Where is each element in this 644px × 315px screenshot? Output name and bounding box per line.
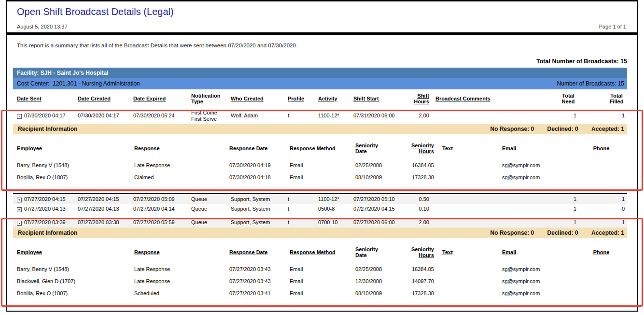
- header-text[interactable]: Text: [436, 137, 496, 159]
- recipient-header-row: Employee Response Response Date Response…: [13, 241, 627, 263]
- header-response[interactable]: Response: [130, 137, 225, 159]
- cell-seniority-date: 08/10/2009: [351, 287, 405, 300]
- cell-response: Claimed: [130, 172, 225, 184]
- cell-response-date: 07/30/2020 04:19: [225, 159, 286, 172]
- cell-response-method: Email: [286, 275, 351, 287]
- recipient-row: Barry, Benny V (1548) Late Response 07/2…: [13, 263, 627, 275]
- cell-response-method: Email: [286, 159, 351, 172]
- no-response-count: No Response: 0: [490, 229, 534, 236]
- cell-response-date: 07/27/2020 03:43: [225, 263, 286, 275]
- collapse-icon[interactable]: -: [17, 114, 22, 119]
- header-total-filled[interactable]: Total Filled: [579, 89, 627, 108]
- recipient-header-row: Employee Response Response Date Response…: [13, 137, 627, 159]
- header-text[interactable]: Text: [436, 241, 496, 263]
- cell-activity: 1100-12*: [314, 108, 350, 124]
- header-seniority-hours[interactable]: Seniority Hours: [405, 137, 436, 159]
- recipient-information-title: Recipient Information: [18, 124, 77, 134]
- broadcast-table: -07/27/2020 03:39 07/27/2020 03:38 07/27…: [13, 217, 627, 228]
- cell-response-method: Email: [286, 172, 351, 184]
- cell-broadcast-comments: [432, 194, 550, 204]
- header-broadcast-comments[interactable]: Broadcast Comments: [432, 89, 550, 108]
- cell-phone: [574, 172, 627, 184]
- cell-profile: t: [284, 204, 314, 214]
- broadcast-table: Date Sent Date Created Date Expired Noti…: [13, 89, 627, 124]
- cell-seniority-date: 02/25/2008: [351, 159, 405, 172]
- cell-date-sent: +07/27/2020 04:15: [13, 194, 74, 204]
- cell-notification-type: Queue: [187, 204, 227, 214]
- recipient-information-title: Recipient Information: [18, 228, 77, 238]
- header-employee[interactable]: Employee: [13, 137, 130, 159]
- header-profile[interactable]: Profile: [284, 89, 314, 108]
- header-notification-type[interactable]: Notification Type: [187, 89, 227, 108]
- cell-response-date: 07/27/2020 03:43: [225, 275, 286, 287]
- header-who-created[interactable]: Who Created: [227, 89, 284, 108]
- header-date-sent[interactable]: Date Sent: [13, 89, 74, 108]
- response-summary: No Response: 0 Declined: 0 Accepted: 1: [479, 228, 624, 238]
- broadcast-row: +07/27/2020 04:15 07/27/2020 04:15 07/27…: [13, 194, 627, 204]
- header-divider: [7, 32, 637, 35]
- recipient-information-bar: Recipient Information No Response: 0 Dec…: [13, 124, 627, 134]
- cell-employee: Bonilla, Rex O (1807): [13, 172, 130, 184]
- header-response-date[interactable]: Response Date: [225, 241, 286, 263]
- header-activity[interactable]: Activity: [314, 89, 350, 108]
- cell-employee: Blackwell, Glen D (1707): [13, 275, 130, 287]
- cell-date-expired: 07/27/2020 05:59: [129, 217, 187, 228]
- cell-shift-hours: 2.00: [401, 108, 432, 124]
- cell-activity: 1100-12*: [314, 194, 350, 204]
- cell-profile: t: [284, 108, 314, 124]
- cell-notification-type: First Come First Serve: [187, 108, 227, 124]
- cell-total-need: 1: [550, 108, 579, 124]
- collapse-icon[interactable]: -: [17, 221, 22, 226]
- header-date-created[interactable]: Date Created: [74, 89, 129, 108]
- cell-response: Late Response: [130, 263, 225, 275]
- cell-response: Scheduled: [130, 287, 225, 300]
- cell-date-expired: 07/27/2020 04:14: [129, 204, 187, 214]
- cell-seniority-hours: 16384.05: [405, 159, 436, 172]
- header-email[interactable]: Email: [496, 241, 574, 263]
- header-date-expired[interactable]: Date Expired: [129, 89, 187, 108]
- header-seniority-hours[interactable]: Seniority Hours: [405, 241, 436, 263]
- broadcast-row: -07/30/2020 04:17 07/30/2020 04:17 07/30…: [13, 108, 627, 124]
- cell-broadcast-comments: [432, 204, 550, 214]
- cell-activity: 0700-10: [314, 217, 350, 228]
- cell-response-date: 07/27/2020 03:41: [225, 287, 286, 300]
- cell-broadcast-comments: [432, 217, 550, 228]
- facility-bar: Facility: SJH - Saint Jo's Hospital: [13, 68, 627, 78]
- cell-total-need: 1: [550, 204, 579, 214]
- cell-response-date: 07/30/2020 04:18: [225, 172, 286, 184]
- header-response-method[interactable]: Response Method: [286, 241, 351, 263]
- report-screenshot: Open Shift Broadcast Details (Legal) Aug…: [0, 0, 644, 315]
- cell-total-filled: 1: [579, 194, 627, 204]
- header-phone[interactable]: Phone: [574, 241, 627, 263]
- cell-shift-start: 07/27/2020 06:00: [350, 217, 401, 228]
- broadcast-table: +07/27/2020 04:15 07/27/2020 04:15 07/27…: [13, 193, 627, 214]
- cell-email: sg@symplr.com: [496, 287, 574, 300]
- accepted-count: Accepted: 1: [591, 126, 624, 132]
- header-shift-start[interactable]: Shift Start: [350, 89, 401, 108]
- header-seniority-date[interactable]: Seniority Date: [351, 137, 405, 159]
- header-response[interactable]: Response: [130, 241, 225, 263]
- page-title: Open Shift Broadcast Details (Legal): [17, 5, 637, 18]
- cell-profile: t: [284, 217, 314, 228]
- header-response-date[interactable]: Response Date: [225, 137, 286, 159]
- header-phone[interactable]: Phone: [574, 137, 627, 159]
- header-email[interactable]: Email: [496, 137, 574, 159]
- cell-text: [436, 287, 496, 300]
- header-response-method[interactable]: Response Method: [286, 137, 351, 159]
- header-employee[interactable]: Employee: [13, 241, 130, 263]
- broadcast-header-row: Date Sent Date Created Date Expired Noti…: [13, 89, 627, 108]
- recipient-table: Employee Response Response Date Response…: [13, 137, 627, 184]
- cell-shift-start: 07/27/2020 05:10: [350, 194, 401, 204]
- header-seniority-date[interactable]: Seniority Date: [351, 241, 405, 263]
- cost-center-label: Cost Center: 1201.301 - Nursing Administ…: [17, 78, 140, 89]
- header-shift-hours[interactable]: Shift Hours: [401, 89, 432, 108]
- cell-response-method: Email: [286, 263, 351, 275]
- header-total-need[interactable]: Total Need: [550, 89, 579, 108]
- expand-icon[interactable]: +: [17, 207, 22, 212]
- cell-who-created: Support, System: [227, 194, 284, 204]
- expand-icon[interactable]: +: [17, 198, 22, 202]
- broadcast-row: -07/27/2020 03:39 07/27/2020 03:38 07/27…: [13, 217, 627, 228]
- cell-seniority-hours: 14097.70: [405, 275, 436, 287]
- recipient-row: Bonilla, Rex O (1807) Claimed 07/30/2020…: [13, 172, 627, 184]
- cell-response: Late Response: [130, 159, 225, 172]
